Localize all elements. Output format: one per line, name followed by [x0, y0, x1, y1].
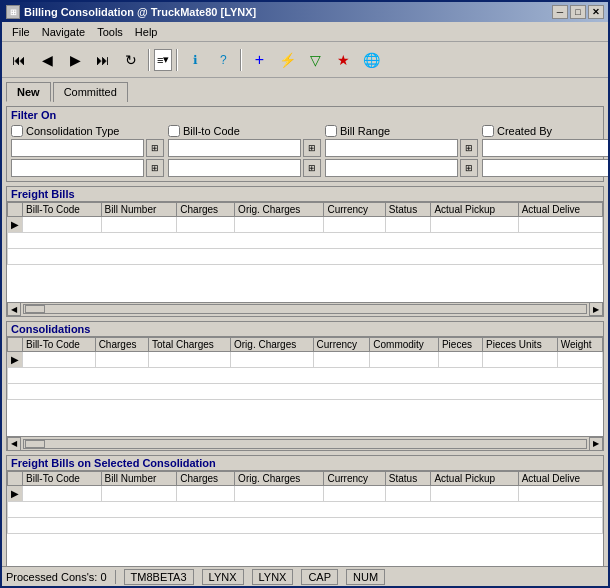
consolidations-header-row: Bill-To Code Charges Total Charges Orig.…: [8, 337, 603, 351]
cell-currency-fos[interactable]: [324, 486, 385, 502]
scroll-left-cons[interactable]: ◀: [7, 437, 21, 451]
nav-last-button[interactable]: ⏭: [90, 47, 116, 73]
scroll-right-cons[interactable]: ▶: [589, 437, 603, 451]
th-charges-fos: Charges: [177, 472, 235, 486]
menu-navigate[interactable]: Navigate: [36, 24, 91, 40]
cell-origcharges-fb[interactable]: [235, 217, 324, 233]
cell-billto-cons[interactable]: [23, 351, 96, 367]
checkbox-billto-code[interactable]: [168, 125, 180, 137]
filter-btn-consolidation-2[interactable]: ⊞: [146, 159, 164, 177]
filter-input-billrange-1[interactable]: [325, 139, 458, 157]
main-content: Filter On Consolidation Type ⊞ ⊞: [2, 102, 608, 588]
cell-actualdelive-fos[interactable]: [518, 486, 602, 502]
cell-currency-fb[interactable]: [324, 217, 385, 233]
checkbox-consolidation-type[interactable]: [11, 125, 23, 137]
filter-btn-billto-1[interactable]: ⊞: [303, 139, 321, 157]
freight-on-selected-new-row[interactable]: ▶: [8, 486, 603, 502]
info-button[interactable]: ℹ: [182, 47, 208, 73]
th-origcharges-cons: Orig. Charges: [230, 337, 313, 351]
menu-tools[interactable]: Tools: [91, 24, 129, 40]
tab-new[interactable]: New: [6, 82, 51, 102]
th-billto-cons: Bill-To Code: [23, 337, 96, 351]
freight-bills-scrollbar[interactable]: ◀ ▶: [7, 302, 603, 316]
help-button[interactable]: ?: [210, 47, 236, 73]
menu-help[interactable]: Help: [129, 24, 164, 40]
th-totalcharges-cons: Total Charges: [149, 337, 231, 351]
cell-charges-fb[interactable]: [177, 217, 235, 233]
menu-file[interactable]: File: [6, 24, 36, 40]
filter-btn-consolidation-1[interactable]: ⊞: [146, 139, 164, 157]
cell-charges-cons[interactable]: [95, 351, 148, 367]
restore-button[interactable]: □: [570, 5, 586, 19]
globe-button[interactable]: 🌐: [358, 47, 384, 73]
filter-input-billto-1[interactable]: [168, 139, 301, 157]
refresh-button[interactable]: ↻: [118, 47, 144, 73]
cell-actualpickup-fb[interactable]: [431, 217, 518, 233]
filter-input-createdby-2[interactable]: [482, 159, 608, 177]
consolidations-empty-row-1: [8, 367, 603, 383]
filter-input-row-4b: ⊞: [482, 159, 608, 177]
cell-weight-cons[interactable]: [557, 351, 602, 367]
nav-first-button[interactable]: ⏮: [6, 47, 32, 73]
cell-commodity-cons[interactable]: [370, 351, 439, 367]
th-arrow-cons: [8, 337, 23, 351]
consolidations-scrollbar[interactable]: ◀ ▶: [7, 436, 603, 450]
app-icon: ⊞: [6, 5, 20, 19]
freight-bills-new-row[interactable]: ▶: [8, 217, 603, 233]
cell-origcharges-fos[interactable]: [235, 486, 324, 502]
cell-totalcharges-cons[interactable]: [149, 351, 231, 367]
cell-actualpickup-fos[interactable]: [431, 486, 518, 502]
scroll-thumb-fb[interactable]: [25, 305, 45, 313]
cell-billnum-fos[interactable]: [101, 486, 177, 502]
h-scrollbar-cons[interactable]: [23, 439, 587, 449]
consolidations-new-row[interactable]: ▶: [8, 351, 603, 367]
row-arrow-fos: ▶: [8, 486, 23, 502]
scroll-right-fb[interactable]: ▶: [589, 302, 603, 316]
minimize-button[interactable]: ─: [552, 5, 568, 19]
tab-committed[interactable]: Committed: [53, 82, 128, 102]
cell-billto-fb[interactable]: [23, 217, 102, 233]
th-weight-cons: Weight: [557, 337, 602, 351]
row-arrow-fb: ▶: [8, 217, 23, 233]
cell-billto-fos[interactable]: [23, 486, 102, 502]
h-scrollbar-fb[interactable]: [23, 304, 587, 314]
filter-btn-billrange-2[interactable]: ⊞: [460, 159, 478, 177]
checkbox-bill-range[interactable]: [325, 125, 337, 137]
scroll-left-fb[interactable]: ◀: [7, 302, 21, 316]
cell-status-fb[interactable]: [385, 217, 431, 233]
cell-pieces-cons[interactable]: [438, 351, 482, 367]
filter-btn-billto-2[interactable]: ⊞: [303, 159, 321, 177]
freight-on-selected-empty-row-2: [8, 518, 603, 534]
filter-input-createdby-1[interactable]: [482, 139, 608, 157]
freight-bills-grid[interactable]: Bill-To Code Bill Number Charges Orig. C…: [7, 202, 603, 302]
mode-dropdown[interactable]: ≡ ▾: [154, 49, 172, 71]
th-billnum-fos: Bill Number: [101, 472, 177, 486]
add-button[interactable]: +: [246, 47, 272, 73]
nav-prev-button[interactable]: ◀: [34, 47, 60, 73]
consolidations-grid[interactable]: Bill-To Code Charges Total Charges Orig.…: [7, 337, 603, 437]
cell-actualdelive-fb[interactable]: [518, 217, 602, 233]
cell-charges-fos[interactable]: [177, 486, 235, 502]
freight-on-selected-grid[interactable]: Bill-To Code Bill Number Charges Orig. C…: [7, 471, 603, 571]
filter-btn-billrange-1[interactable]: ⊞: [460, 139, 478, 157]
th-pieces-units-cons: Pieces Units: [483, 337, 558, 351]
lightning-button[interactable]: ⚡: [274, 47, 300, 73]
filter-input-consolidation-1[interactable]: [11, 139, 144, 157]
cell-billnum-fb[interactable]: [101, 217, 177, 233]
cell-status-fos[interactable]: [385, 486, 431, 502]
filter-input-consolidation-2[interactable]: [11, 159, 144, 177]
cell-pieces-units-cons[interactable]: [483, 351, 558, 367]
filter-input-row-1a: ⊞: [11, 139, 164, 157]
scroll-thumb-cons[interactable]: [25, 440, 45, 448]
cell-currency-cons[interactable]: [313, 351, 370, 367]
filter-input-billto-2[interactable]: [168, 159, 301, 177]
app-window: ⊞ Billing Consolidation @ TruckMate80 [L…: [0, 0, 610, 588]
checkbox-created-by[interactable]: [482, 125, 494, 137]
filter-button[interactable]: ▽: [302, 47, 328, 73]
nav-next-button[interactable]: ▶: [62, 47, 88, 73]
close-button[interactable]: ✕: [588, 5, 604, 19]
filter-col-billto: Bill-to Code ⊞ ⊞: [168, 125, 321, 177]
filter-input-billrange-2[interactable]: [325, 159, 458, 177]
cell-origcharges-cons[interactable]: [230, 351, 313, 367]
star-button[interactable]: ★: [330, 47, 356, 73]
